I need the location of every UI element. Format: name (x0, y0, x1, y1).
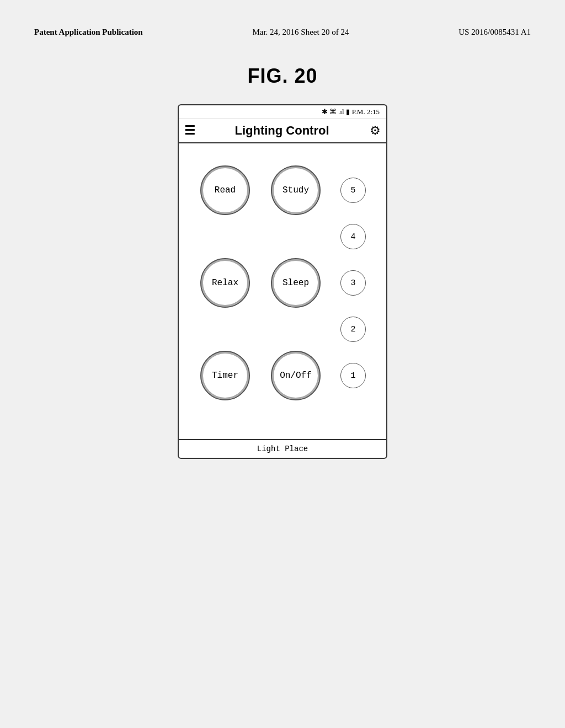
bottom-bar: Light Place (179, 439, 386, 458)
patent-header: Patent Application Publication Mar. 24, … (34, 22, 531, 48)
num1-cell: 1 (331, 345, 375, 406)
phone-mockup: ✱ ⌘ .ıl ▮ P.M. 2:15 ☰ Lighting Control ⚙… (178, 104, 387, 459)
empty-cell-3 (190, 313, 260, 345)
num1-button[interactable]: 1 (340, 363, 366, 388)
num5-button[interactable]: 5 (340, 178, 366, 203)
timer-cell: Timer (190, 345, 260, 406)
study-button[interactable]: Study (271, 165, 321, 215)
empty-cell-2 (260, 221, 331, 253)
spacer-1 (190, 406, 260, 428)
read-button[interactable]: Read (200, 165, 250, 215)
button-grid: Read Study 5 4 Relax Sleep 3 (190, 160, 375, 428)
status-time: P.M. 2:15 (352, 108, 380, 116)
num2-button[interactable]: 2 (340, 317, 366, 342)
num4-button[interactable]: 4 (340, 224, 366, 249)
empty-cell-1 (190, 221, 260, 253)
num4-cell: 4 (331, 221, 375, 253)
read-cell: Read (190, 160, 260, 221)
num3-button[interactable]: 3 (340, 270, 366, 296)
app-bar: ☰ Lighting Control ⚙ (179, 119, 386, 143)
num2-cell: 2 (331, 313, 375, 345)
status-icons: ✱ ⌘ .ıl ▮ (322, 108, 350, 116)
patent-right: US 2016/0085431 A1 (459, 28, 531, 37)
empty-cell-4 (260, 313, 331, 345)
figure-title: FIG. 20 (247, 65, 317, 88)
main-content: Read Study 5 4 Relax Sleep 3 (179, 143, 386, 439)
light-place-label: Light Place (257, 445, 308, 453)
settings-icon[interactable]: ⚙ (370, 124, 381, 138)
patent-left: Patent Application Publication (34, 28, 143, 37)
spacer-2 (260, 406, 331, 428)
onoff-button[interactable]: On/Off (271, 351, 321, 400)
menu-icon[interactable]: ☰ (184, 124, 194, 138)
timer-button[interactable]: Timer (200, 351, 250, 400)
relax-cell: Relax (190, 253, 260, 313)
app-title: Lighting Control (234, 124, 329, 138)
sleep-button[interactable]: Sleep (271, 258, 321, 308)
sleep-cell: Sleep (260, 253, 331, 313)
study-cell: Study (260, 160, 331, 221)
num5-cell: 5 (331, 160, 375, 221)
spacer-3 (331, 406, 375, 428)
num3-cell: 3 (331, 253, 375, 313)
relax-button[interactable]: Relax (200, 258, 250, 308)
status-bar: ✱ ⌘ .ıl ▮ P.M. 2:15 (179, 105, 386, 119)
patent-center: Mar. 24, 2016 Sheet 20 of 24 (252, 28, 349, 37)
onoff-cell: On/Off (260, 345, 331, 406)
